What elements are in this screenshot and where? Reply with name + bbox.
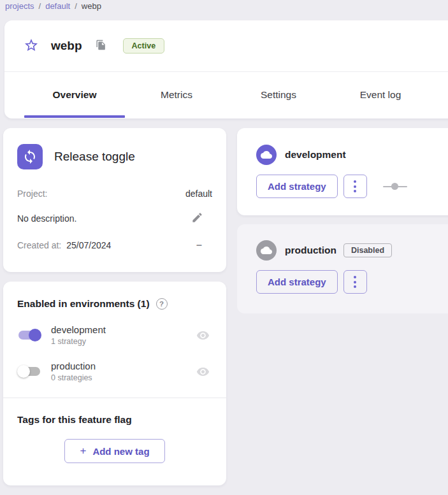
breadcrumb-current: webp xyxy=(82,1,101,11)
collapse-button[interactable]: – xyxy=(196,242,202,248)
strategy-count: 0 strategies xyxy=(51,373,96,382)
environment-name: production xyxy=(51,361,96,371)
favorite-star-button[interactable] xyxy=(24,38,39,55)
breadcrumb-separator: / xyxy=(39,1,41,11)
tab-metrics[interactable]: Metrics xyxy=(126,72,228,118)
production-card-header: production Disabled xyxy=(256,240,445,261)
cloud-icon xyxy=(256,145,277,165)
environment-name: production xyxy=(285,245,336,256)
cloud-icon xyxy=(256,240,277,261)
project-row: Project: default xyxy=(17,189,212,199)
strategy-connector-icon xyxy=(383,183,407,190)
production-toggle[interactable] xyxy=(17,364,41,378)
edit-description-button[interactable] xyxy=(191,212,203,226)
strategy-count: 1 strategy xyxy=(51,337,106,346)
tab-bar: Overview Metrics Settings Event log xyxy=(4,72,448,118)
created-label: Created at: xyxy=(17,240,61,250)
add-strategy-button[interactable]: Add strategy xyxy=(256,270,338,294)
environment-toggle-row-production: production 0 strategies xyxy=(17,361,212,382)
feature-title-row: webp Active xyxy=(4,20,448,72)
visibility-eye-icon[interactable] xyxy=(196,329,210,342)
flag-type-label: Release toggle xyxy=(54,150,135,164)
copy-icon xyxy=(96,39,106,52)
disabled-badge: Disabled xyxy=(343,243,392,257)
add-strategy-button[interactable]: Add strategy xyxy=(256,175,338,198)
feature-header-card: webp Active Overview Metrics Settings Ev… xyxy=(4,20,448,118)
development-card-actions: Add strategy xyxy=(256,175,445,198)
development-environment-card: development Add strategy xyxy=(237,128,448,215)
add-new-tag-button[interactable]: + Add new tag xyxy=(64,439,165,463)
tags-section: Tags for this feature flag + Add new tag xyxy=(3,398,226,463)
created-row: Created at: 25/07/2024 – xyxy=(17,240,212,250)
breadcrumb-separator: / xyxy=(75,1,77,11)
production-environment-card: production Disabled Add strategy xyxy=(237,224,448,313)
pencil-icon xyxy=(191,212,203,226)
environment-toggle-row-development: development 1 strategy xyxy=(17,324,212,346)
enabled-environments-panel: Enabled in environments (1) ? developmen… xyxy=(3,282,226,485)
development-card-header: development xyxy=(256,145,445,165)
environment-menu-button[interactable] xyxy=(343,270,367,294)
created-value: 25/07/2024 xyxy=(66,240,111,250)
panel-header: Enabled in environments (1) ? xyxy=(17,298,212,310)
description-text: No description. xyxy=(17,213,76,224)
panel-title: Enabled in environments (1) xyxy=(17,298,150,310)
project-value: default xyxy=(185,189,212,199)
status-badge: Active xyxy=(123,38,165,54)
breadcrumb-link-projects[interactable]: projects xyxy=(5,1,34,11)
production-card-actions: Add strategy xyxy=(256,270,445,294)
tags-title: Tags for this feature flag xyxy=(17,414,212,426)
visibility-eye-icon[interactable] xyxy=(196,365,210,378)
help-icon[interactable]: ? xyxy=(156,298,168,310)
release-toggle-icon xyxy=(17,144,43,169)
add-tag-label: Add new tag xyxy=(92,446,149,457)
tab-settings[interactable]: Settings xyxy=(228,72,329,118)
flag-type-row: Release toggle xyxy=(17,144,212,169)
environment-menu-button[interactable] xyxy=(343,175,367,198)
development-toggle[interactable] xyxy=(17,328,41,342)
feature-flag-title: webp xyxy=(51,39,82,53)
environment-name: development xyxy=(51,324,106,335)
project-label: Project: xyxy=(17,189,47,199)
breadcrumb-link-default[interactable]: default xyxy=(45,1,70,11)
tab-overview[interactable]: Overview xyxy=(24,72,126,118)
flag-metadata-card: Release toggle Project: default No descr… xyxy=(3,128,226,272)
environment-name: development xyxy=(285,149,346,161)
tab-event-log[interactable]: Event log xyxy=(329,72,431,118)
description-row: No description. xyxy=(17,212,212,226)
page: projects / default / webp webp Active Ov… xyxy=(0,0,448,495)
star-icon xyxy=(24,38,39,55)
breadcrumb: projects / default / webp xyxy=(5,1,101,11)
plus-icon: + xyxy=(80,445,86,457)
copy-name-button[interactable] xyxy=(96,39,106,52)
